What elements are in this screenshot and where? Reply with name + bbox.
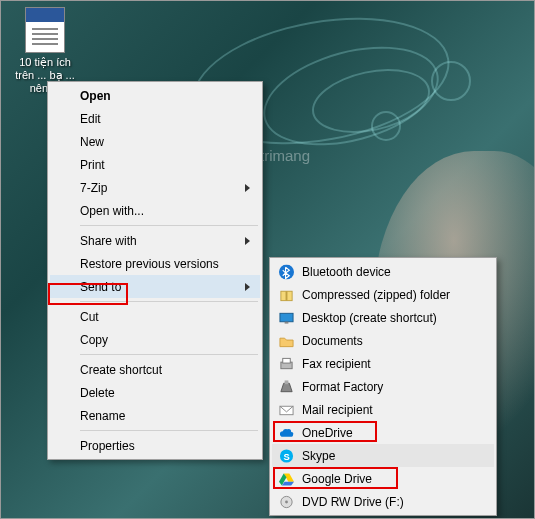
menu-separator (80, 301, 258, 302)
menu-cut[interactable]: Cut (50, 305, 260, 328)
bluetooth-icon (278, 263, 295, 280)
onedrive-cloud-icon (278, 424, 295, 441)
menu-restore-versions[interactable]: Restore previous versions (50, 252, 260, 275)
menu-delete[interactable]: Delete (50, 381, 260, 404)
sendto-dvd-drive[interactable]: DVD RW Drive (F:) (272, 490, 494, 513)
menu-label: Properties (80, 439, 135, 453)
menu-label: Rename (80, 409, 125, 423)
menu-edit[interactable]: Edit (50, 107, 260, 130)
menu-label: Documents (302, 334, 363, 348)
menu-label: Cut (80, 310, 99, 324)
google-drive-icon (278, 470, 295, 487)
svg-rect-6 (283, 358, 291, 363)
menu-label: DVD RW Drive (F:) (302, 495, 404, 509)
bg-swirl (431, 61, 471, 101)
bg-swirl (371, 111, 401, 141)
menu-label: Create shortcut (80, 363, 162, 377)
menu-separator (80, 354, 258, 355)
skype-icon: S (278, 447, 295, 464)
submenu-arrow-icon (245, 184, 250, 192)
format-factory-icon (278, 378, 295, 395)
menu-label: Google Drive (302, 472, 372, 486)
menu-label: Bluetooth device (302, 265, 391, 279)
svg-rect-4 (285, 321, 289, 323)
sendto-fax[interactable]: Fax recipient (272, 352, 494, 375)
sendto-google-drive[interactable]: Google Drive (272, 467, 494, 490)
svg-marker-14 (282, 481, 294, 485)
sendto-onedrive[interactable]: OneDrive (272, 421, 494, 444)
desktop-icon (278, 309, 295, 326)
sendto-skype[interactable]: S Skype (272, 444, 494, 467)
menu-label: Send to (80, 280, 121, 294)
menu-properties[interactable]: Properties (50, 434, 260, 457)
svg-text:S: S (283, 451, 289, 461)
svg-point-16 (285, 500, 288, 503)
menu-new[interactable]: New (50, 130, 260, 153)
svg-rect-8 (285, 380, 289, 384)
sendto-compressed[interactable]: Compressed (zipped) folder (272, 283, 494, 306)
sendto-documents[interactable]: Documents (272, 329, 494, 352)
menu-label: Delete (80, 386, 115, 400)
context-menu: Open Edit New Print 7-Zip Open with... S… (47, 81, 263, 460)
menu-rename[interactable]: Rename (50, 404, 260, 427)
menu-open[interactable]: Open (50, 84, 260, 107)
menu-create-shortcut[interactable]: Create shortcut (50, 358, 260, 381)
submenu-arrow-icon (245, 283, 250, 291)
menu-7zip[interactable]: 7-Zip (50, 176, 260, 199)
submenu-arrow-icon (245, 237, 250, 245)
mail-icon (278, 401, 295, 418)
menu-separator (80, 225, 258, 226)
menu-label: Desktop (create shortcut) (302, 311, 437, 325)
documents-folder-icon (278, 332, 295, 349)
sendto-desktop[interactable]: Desktop (create shortcut) (272, 306, 494, 329)
menu-copy[interactable]: Copy (50, 328, 260, 351)
menu-label: OneDrive (302, 426, 353, 440)
menu-label: New (80, 135, 104, 149)
menu-label: 7-Zip (80, 181, 107, 195)
svg-rect-2 (286, 291, 288, 300)
fax-icon (278, 355, 295, 372)
menu-print[interactable]: Print (50, 153, 260, 176)
menu-label: Print (80, 158, 105, 172)
menu-label: Fax recipient (302, 357, 371, 371)
menu-label: Compressed (zipped) folder (302, 288, 450, 302)
menu-share-with[interactable]: Share with (50, 229, 260, 252)
menu-label: Copy (80, 333, 108, 347)
menu-label: Format Factory (302, 380, 383, 394)
menu-label: Open (80, 89, 111, 103)
sendto-submenu: Bluetooth device Compressed (zipped) fol… (269, 257, 497, 516)
zip-icon (278, 286, 295, 303)
sendto-format-factory[interactable]: Format Factory (272, 375, 494, 398)
sendto-bluetooth[interactable]: Bluetooth device (272, 260, 494, 283)
menu-label: Open with... (80, 204, 144, 218)
menu-label: Edit (80, 112, 101, 126)
menu-open-with[interactable]: Open with... (50, 199, 260, 222)
dvd-drive-icon (278, 493, 295, 510)
menu-separator (80, 430, 258, 431)
sendto-mail[interactable]: Mail recipient (272, 398, 494, 421)
menu-label: Skype (302, 449, 335, 463)
menu-label: Share with (80, 234, 137, 248)
word-document-icon (25, 7, 65, 53)
menu-label: Restore previous versions (80, 257, 219, 271)
svg-rect-3 (280, 313, 293, 321)
menu-send-to[interactable]: Send to (50, 275, 260, 298)
menu-label: Mail recipient (302, 403, 373, 417)
svg-marker-7 (281, 383, 292, 391)
